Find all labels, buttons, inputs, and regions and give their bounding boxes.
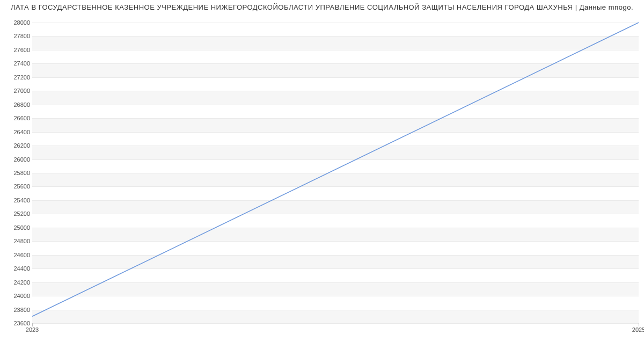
x-tick-label: 2025: [632, 326, 644, 333]
y-tick-label: 25800: [3, 170, 30, 176]
y-tick-label: 24600: [3, 252, 30, 258]
y-tick-label: 23600: [3, 320, 30, 326]
y-tick-label: 25000: [3, 224, 30, 231]
y-tick-label: 27800: [3, 33, 30, 39]
y-tick-label: 24800: [3, 238, 30, 244]
plot-area: [32, 23, 639, 324]
y-tick-label: 24200: [3, 279, 30, 286]
y-tick-label: 28000: [3, 19, 30, 26]
y-tick-label: 25400: [3, 197, 30, 203]
y-tick-label: 26000: [3, 156, 30, 163]
line-series: [32, 23, 639, 323]
y-tick-label: 26400: [3, 129, 30, 135]
y-tick-label: 26800: [3, 101, 30, 108]
y-tick-label: 27000: [3, 88, 30, 94]
y-tick-label: 26600: [3, 115, 30, 121]
y-tick-label: 25600: [3, 183, 30, 190]
y-tick-label: 26200: [3, 142, 30, 149]
x-tick-label: 2023: [26, 326, 39, 333]
chart-container: 2360023800240002420024400246002480025000…: [0, 15, 644, 343]
y-tick-label: 27400: [3, 60, 30, 67]
y-tick-label: 23800: [3, 307, 30, 313]
series-line: [32, 23, 639, 316]
y-tick-label: 27600: [3, 47, 30, 53]
gridline: [32, 323, 639, 324]
y-tick-label: 25200: [3, 210, 30, 217]
chart-title: ЛАТА В ГОСУДАРСТВЕННОЕ КАЗЕННОЕ УЧРЕЖДЕН…: [0, 0, 644, 11]
y-tick-label: 24400: [3, 265, 30, 272]
y-tick-label: 27200: [3, 74, 30, 81]
y-tick-label: 24000: [3, 293, 30, 299]
